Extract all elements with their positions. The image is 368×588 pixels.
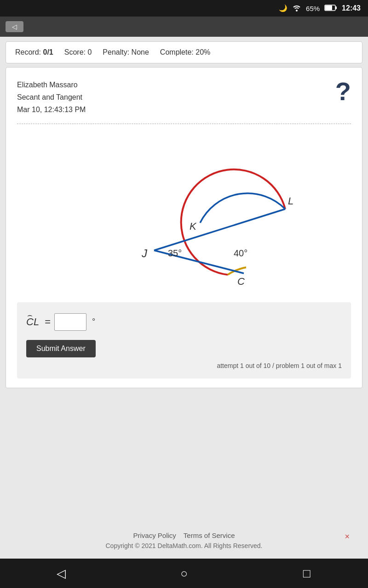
equals-sign: = [45,316,51,328]
equation-line: ⌢ CL = ° [26,313,342,331]
back-button[interactable]: ◁ [6,21,23,32]
label-K: K [190,220,197,232]
card-header: Elizabeth Massaro Secant and Tangent Mar… [17,79,351,116]
timestamp: Mar 10, 12:43:13 PM [17,103,86,116]
footer-links: Privacy Policy Terms of Service [133,531,235,539]
battery-icon [324,5,337,12]
card-info: Elizabeth Massaro Secant and Tangent Mar… [17,79,86,116]
svg-line-4 [154,209,285,250]
page-footer: Privacy Policy Terms of Service × Copyri… [0,518,368,554]
footer-links-row: Privacy Policy Terms of Service × [0,531,368,542]
score-value: 0 [87,48,92,56]
home-nav-button[interactable]: ○ [170,564,198,582]
record-value: 0/1 [43,48,53,56]
divider [17,124,351,124]
diagram-container: J K L C 35° 40° [17,129,351,299]
student-name: Elizabeth Massaro [17,79,86,91]
complete-label: Complete: 20% [160,48,210,57]
recents-nav-button[interactable]: □ [293,564,321,582]
help-icon-container[interactable]: ? [335,79,351,104]
label-C: C [237,276,245,287]
footer-close-button[interactable]: × [345,532,350,542]
copyright: Copyright © 2021 DeltaMath.com. All Righ… [0,542,368,549]
submit-button[interactable]: Submit Answer [26,340,96,357]
nav-bar: ◁ [0,17,368,37]
terms-of-service-link[interactable]: Terms of Service [184,531,235,539]
answer-input[interactable] [54,313,86,331]
geometry-diagram: J K L C 35° 40° [64,133,304,289]
label-J: J [141,247,148,260]
privacy-policy-link[interactable]: Privacy Policy [133,531,176,539]
score-label: Score: 0 [64,48,92,57]
complete-value: 20% [196,48,210,56]
answer-area: ⌢ CL = ° Submit Answer attempt 1 out of … [17,302,351,379]
attempt-text: attempt 1 out of 10 / problem 1 out of m… [26,362,342,369]
wifi-icon [292,4,301,13]
record-label: Record: 0/1 [15,48,53,57]
label-L: L [288,195,293,207]
status-bar: 🌙 65% 12:43 [0,0,368,17]
penalty-value: None [132,48,149,56]
back-nav-button[interactable]: ◁ [47,564,75,582]
help-icon: ? [335,79,351,104]
penalty-label: Penalty: None [103,48,149,57]
svg-rect-1 [335,6,337,9]
degree-symbol: ° [92,317,95,327]
topic: Secant and Tangent [17,91,86,103]
record-bar: Record: 0/1 Score: 0 Penalty: None Compl… [6,41,362,63]
clock-time: 12:43 [342,4,361,12]
svg-rect-2 [325,6,332,10]
moon-icon: 🌙 [279,4,288,12]
main-card: Elizabeth Massaro Secant and Tangent Mar… [6,67,362,388]
arc-cl-label: ⌢ CL [26,316,39,328]
angle-35: 35° [168,248,182,258]
arc-symbol: ⌢ [27,311,33,320]
angle-40: 40° [234,248,247,258]
bottom-nav: ◁ ○ □ [0,559,368,588]
battery-percent: 65% [306,5,320,12]
